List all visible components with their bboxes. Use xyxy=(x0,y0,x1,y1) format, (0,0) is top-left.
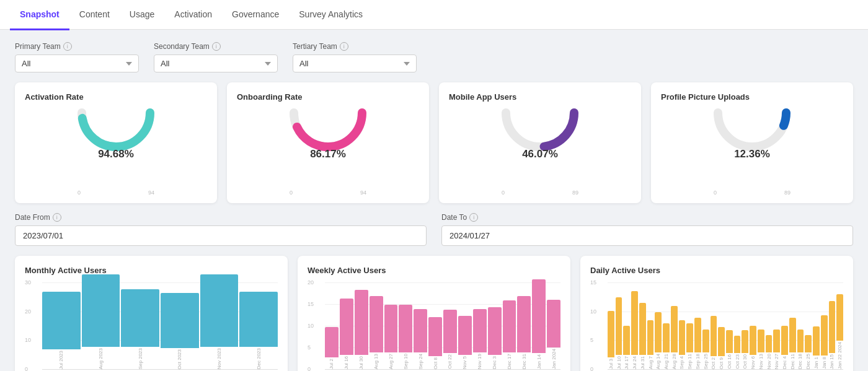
bar-label-daily-13: Oct 2 xyxy=(711,357,716,369)
date-from-info-icon: i xyxy=(53,213,61,222)
tab-snapshot[interactable]: Snapshot xyxy=(10,1,69,30)
bar-wrap-weekly-2: Jul 30 xyxy=(355,290,368,369)
bar-wrap-daily-15: Oct 16 xyxy=(726,330,733,369)
bar-wrap-daily-14: Oct 9 xyxy=(718,327,725,369)
navigation: Snapshot Content Usage Activation Govern… xyxy=(0,0,868,30)
bar-label-weekly-9: Nov 5 xyxy=(462,356,467,369)
bar-label-weekly-1: Jul 16 xyxy=(343,356,349,369)
bar-daily-29 xyxy=(836,294,843,341)
tab-survey-analytics[interactable]: Survey Analytics xyxy=(289,1,373,30)
bar-wrap-daily-20: Nov 20 xyxy=(766,335,773,369)
main-content: Primary Team i All Secondary Team i All … xyxy=(0,30,868,371)
bar-label-daily-1: Jul 10 xyxy=(616,356,622,369)
donut-min-1: 0 xyxy=(290,190,293,196)
bar-label-weekly-11: Dec 3 xyxy=(492,356,497,369)
bar-wrap-daily-0: Jul 3 xyxy=(608,311,614,369)
donut-container-2: 46.07% 0 89 xyxy=(449,107,631,193)
tab-usage[interactable]: Usage xyxy=(120,1,164,30)
bar-weekly-3 xyxy=(370,296,383,352)
secondary-team-select[interactable]: All xyxy=(154,55,278,72)
bar-label-daily-28: Jan 15 xyxy=(829,354,835,369)
donut-value-2: 46.07% xyxy=(522,148,558,160)
metric-card-3: Profile Picture Uploads 12.36% 0 89 xyxy=(651,82,853,203)
tab-governance[interactable]: Governance xyxy=(222,1,289,30)
bar-wrap-daily-28: Jan 15 xyxy=(829,301,836,369)
bar-wrap-weekly-0: Jul 2 xyxy=(325,327,339,369)
bar-label-daily-22: Dec 4 xyxy=(782,356,787,369)
bar-weekly-10 xyxy=(473,309,487,352)
bar-label-daily-18: Nov 6 xyxy=(750,356,756,369)
bar-wrap-daily-4: Jul 31 xyxy=(639,303,646,369)
bar-weekly-0 xyxy=(325,327,339,357)
date-from-input[interactable] xyxy=(15,225,427,246)
bar-label-daily-11: Sep 18 xyxy=(695,354,701,369)
bar-daily-17 xyxy=(742,330,748,353)
primary-team-filter: Primary Team i All xyxy=(15,42,139,72)
bar-daily-25 xyxy=(805,335,812,352)
bar-label-weekly-8: Oct 22 xyxy=(447,354,453,369)
bar-daily-16 xyxy=(734,336,741,353)
primary-team-select[interactable]: All xyxy=(15,55,139,72)
secondary-team-label: Secondary Team i xyxy=(154,42,278,51)
bar-label-weekly-5: Sep 10 xyxy=(403,354,409,369)
bar-weekly-12 xyxy=(503,300,516,352)
bar-monthly-4 xyxy=(200,274,239,347)
bar-monthly-1 xyxy=(82,274,120,347)
bar-label-weekly-3: Aug 13 xyxy=(373,354,379,369)
donut-wrapper-1: 86.17% 0 94 xyxy=(285,107,371,193)
bar-daily-6 xyxy=(655,312,662,352)
bar-label-monthly-5: Dec 2023 xyxy=(256,348,262,369)
bar-weekly-8 xyxy=(443,310,457,353)
bar-label-monthly-2: Sep 2023 xyxy=(138,348,143,369)
bar-daily-21 xyxy=(773,330,780,352)
bar-wrap-daily-2: Jul 17 xyxy=(623,326,630,369)
bar-daily-7 xyxy=(663,323,670,352)
bar-label-daily-27: Jan 8 xyxy=(822,357,827,369)
primary-team-label: Primary Team i xyxy=(15,42,139,51)
chart-title-daily: Daily Active Users xyxy=(590,266,843,275)
bar-label-weekly-4: Aug 27 xyxy=(388,354,394,369)
bar-wrap-weekly-3: Aug 13 xyxy=(370,296,383,369)
donut-wrapper-0: 94.68% 0 94 xyxy=(73,107,159,193)
tab-content[interactable]: Content xyxy=(69,1,120,30)
metric-card-0: Activation Rate 94.68% 0 94 xyxy=(15,82,217,203)
bar-daily-3 xyxy=(631,291,638,355)
bar-wrap-monthly-2: Sep 2023 xyxy=(121,289,159,369)
bar-label-daily-0: Jul 3 xyxy=(608,359,614,369)
bar-daily-0 xyxy=(608,311,614,357)
bar-label-daily-7: Aug 21 xyxy=(663,354,669,369)
bar-daily-15 xyxy=(726,330,733,353)
tab-activation[interactable]: Activation xyxy=(164,1,222,30)
donut-wrapper-3: 12.36% 0 89 xyxy=(709,107,795,193)
bar-wrap-weekly-13: Dec 31 xyxy=(517,296,531,369)
secondary-team-info-icon: i xyxy=(212,42,221,51)
bar-wrap-daily-19: Nov 13 xyxy=(758,330,764,369)
bar-daily-22 xyxy=(781,326,788,355)
bar-wrap-weekly-7: Oct 8 xyxy=(428,317,442,369)
bar-daily-23 xyxy=(789,318,796,352)
date-from-group: Date From i xyxy=(15,213,427,246)
bar-label-daily-16: Oct 23 xyxy=(735,354,740,369)
bar-label-daily-29: Jan 22 2024 xyxy=(837,342,843,369)
tertiary-team-select[interactable]: All xyxy=(293,55,417,72)
date-to-label: Date To i xyxy=(441,213,853,222)
bar-label-weekly-10: Nov 19 xyxy=(477,354,482,369)
bar-monthly-3 xyxy=(161,293,199,348)
filters-row: Primary Team i All Secondary Team i All … xyxy=(15,42,853,72)
bar-label-weekly-0: Jul 2 xyxy=(329,359,334,369)
chart-card-monthly: Monthly Active Users 3020100 Jul 2023 Au… xyxy=(15,256,288,371)
donut-max-1: 94 xyxy=(360,190,366,196)
bar-label-daily-4: Jul 31 xyxy=(640,356,645,369)
metric-title-3: Profile Picture Uploads xyxy=(661,92,843,102)
date-to-input[interactable] xyxy=(441,225,853,246)
bar-daily-20 xyxy=(766,335,773,352)
bar-daily-10 xyxy=(686,323,693,352)
bar-daily-8 xyxy=(671,306,678,352)
bar-weekly-7 xyxy=(428,317,442,356)
bar-label-weekly-12: Dec 17 xyxy=(507,354,512,369)
metric-title-2: Mobile App Users xyxy=(449,92,631,102)
bar-wrap-weekly-4: Aug 27 xyxy=(384,305,398,369)
bar-wrap-daily-12: Sep 25 xyxy=(702,330,709,369)
bar-label-monthly-4: Nov 2023 xyxy=(216,348,222,369)
bar-label-daily-15: Oct 16 xyxy=(727,354,732,369)
